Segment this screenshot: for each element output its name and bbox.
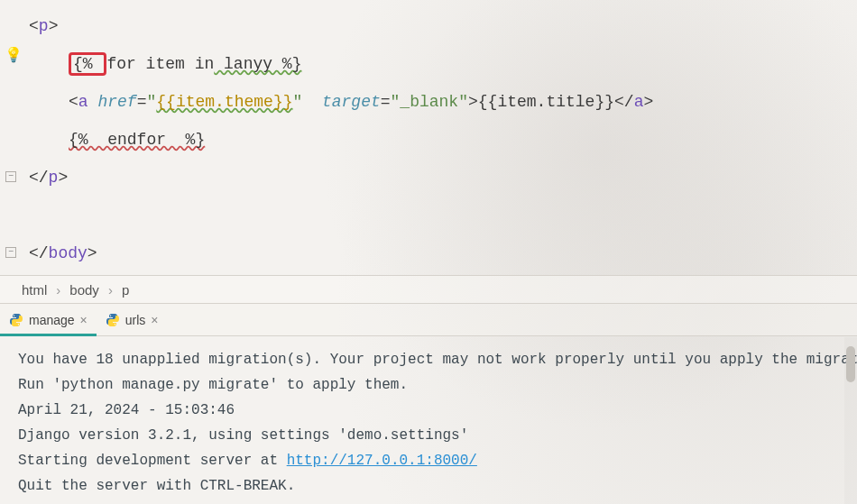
code-text: target <box>322 93 381 111</box>
breadcrumb: html › body › p <box>0 275 857 304</box>
breadcrumb-item[interactable]: html <box>18 282 51 298</box>
close-icon[interactable]: × <box>80 313 88 327</box>
code-text: p <box>39 17 49 35</box>
code-text: in <box>195 55 215 73</box>
code-text <box>302 93 322 111</box>
code-line[interactable]: {% for item in lanyy %} <box>29 45 857 83</box>
code-text: < <box>69 93 78 111</box>
code-text: </ <box>614 93 634 111</box>
terminal-line: Run 'python manage.py migrate' to apply … <box>18 372 839 398</box>
code-text <box>88 93 98 111</box>
code-text: > <box>49 17 59 35</box>
code-text: "_blank" <box>391 93 468 111</box>
terminal-text: Starting development server at <box>18 453 287 469</box>
terminal-line: Starting development server at http://12… <box>18 448 839 473</box>
code-text: a <box>78 93 88 111</box>
code-editor[interactable]: <p> 💡 {% for item in lanyy %} <a href="{… <box>0 0 857 275</box>
breadcrumb-item[interactable]: body <box>66 282 103 298</box>
code-text: href <box>97 93 136 111</box>
chevron-right-icon: › <box>51 282 66 298</box>
code-text: {% endfor %} <box>69 131 205 149</box>
code-text: > <box>468 93 478 111</box>
server-url-link[interactable]: http://127.0.0.1:8000/ <box>287 453 477 469</box>
code-text: </ <box>29 169 49 187</box>
code-text: > <box>88 244 97 262</box>
code-text: </ <box>29 244 49 262</box>
code-line[interactable] <box>29 197 857 234</box>
breadcrumb-item[interactable]: p <box>118 282 133 298</box>
code-text: " <box>293 93 303 111</box>
code-text: = <box>381 93 391 111</box>
fold-toggle-icon[interactable]: − <box>5 171 16 182</box>
terminal-line: Django version 3.2.1, using settings 'de… <box>18 423 839 448</box>
code-text: = <box>137 93 147 111</box>
python-file-icon <box>106 313 120 327</box>
tab-label: urls <box>125 313 146 327</box>
python-file-icon <box>9 313 23 327</box>
lightbulb-icon: 💡 <box>5 46 23 64</box>
code-line[interactable]: </body> <box>29 234 857 272</box>
code-text: p <box>49 169 59 187</box>
terminal-scrollbar[interactable] <box>844 337 857 504</box>
code-text: body <box>49 244 88 262</box>
code-text: for <box>106 55 135 73</box>
terminal-line: April 21, 2024 - 15:03:46 <box>18 398 839 423</box>
chevron-right-icon: › <box>103 282 118 298</box>
code-line[interactable]: <p> <box>29 7 857 45</box>
code-text: a <box>634 93 644 111</box>
code-text: < <box>29 17 39 35</box>
code-text: item <box>136 55 195 73</box>
code-line[interactable]: </p> <box>29 159 857 197</box>
highlight-box: {% <box>69 52 106 76</box>
intention-bulb-icon[interactable]: 💡 <box>5 47 22 63</box>
terminal-tab-bar: manage × urls × <box>0 304 857 336</box>
terminal-line: You have 18 unapplied migration(s). Your… <box>18 347 839 372</box>
code-text: {{item.theme}} <box>156 93 292 111</box>
code-line[interactable]: <a href="{{item.theme}}" target="_blank"… <box>29 83 857 121</box>
tab-manage[interactable]: manage × <box>0 304 97 335</box>
code-line[interactable]: {% endfor %} <box>29 121 857 159</box>
code-text: " <box>146 93 156 111</box>
code-text: > <box>643 93 653 111</box>
code-text: > <box>58 169 68 187</box>
code-text: {{item.title}} <box>478 93 614 111</box>
close-icon[interactable]: × <box>151 313 158 327</box>
terminal-line: Quit the server with CTRL-BREAK. <box>18 473 839 499</box>
code-text: lanyy %} <box>214 55 301 73</box>
fold-toggle-icon[interactable]: − <box>5 247 16 258</box>
tab-label: manage <box>29 313 75 327</box>
terminal-output[interactable]: You have 18 unapplied migration(s). Your… <box>0 336 857 504</box>
scrollbar-thumb[interactable] <box>846 346 855 382</box>
tab-urls[interactable]: urls × <box>97 304 168 335</box>
